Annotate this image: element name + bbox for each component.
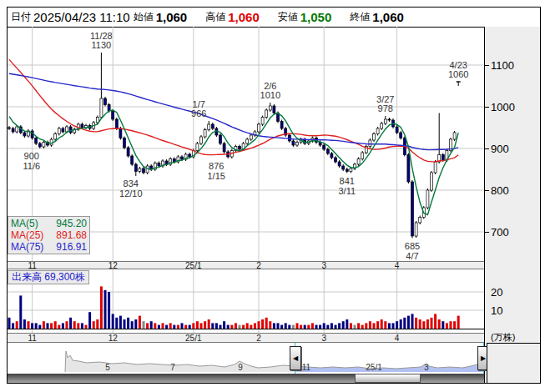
volume-tick-label: 20	[491, 286, 502, 299]
range-navigator: ◀ ▶ 5791125/13	[8, 343, 484, 374]
ma25-value: 891.68	[56, 229, 87, 241]
close-value: 1,060	[372, 10, 404, 24]
volume-tick-label: 10	[491, 304, 502, 317]
x-axis-band-main: 111225/1234	[8, 261, 484, 269]
ma75-value: 916.91	[56, 241, 87, 253]
candles-layer	[8, 53, 461, 239]
price-tick-label: 1100	[491, 59, 514, 72]
svg-text:12/10: 12/10	[119, 188, 143, 199]
price-tick-label: 800	[491, 184, 509, 197]
svg-text:685: 685	[405, 241, 420, 251]
navigator-label: 7	[170, 363, 175, 372]
x-axis-label: 11	[28, 262, 36, 269]
x-axis-band-volume: 111225/1234	[8, 333, 484, 343]
svg-text:1/15: 1/15	[207, 171, 225, 181]
date-value: 2025/04/23 11:10	[33, 10, 130, 24]
volume-unit-label: (万株)	[491, 331, 515, 344]
price-tick-mark	[485, 65, 489, 66]
navigator-selection[interactable]	[295, 343, 483, 374]
x-axis-label: 12	[108, 334, 118, 343]
volume-value: 69,300株	[44, 271, 85, 283]
volume-label: 出来高	[12, 271, 42, 283]
chart-frame: 日付 2025/04/23 11:10 始値 1,060 高値 1,060 安値…	[7, 7, 541, 384]
navigator-label: 11	[302, 363, 310, 372]
x-axis-label: 4	[395, 334, 400, 343]
svg-text:876: 876	[209, 161, 224, 171]
svg-text:834: 834	[124, 178, 139, 188]
ma5-label: MA(5)	[11, 218, 38, 229]
close-label: 終値	[350, 10, 370, 24]
x-axis-label: 4	[395, 262, 400, 269]
price-axis: 110010009008007002010(万株)	[484, 27, 540, 383]
svg-text:978: 978	[378, 103, 393, 113]
ma75-label: MA(75)	[11, 241, 43, 253]
svg-text:1060: 1060	[448, 69, 468, 79]
stock-chart-window: 日付 2025/04/23 11:10 始値 1,060 高値 1,060 安値…	[0, 0, 545, 392]
svg-text:1130: 1130	[92, 40, 112, 50]
x-axis-label: 3	[321, 262, 326, 269]
ma25-legend-row: MA(25) 891.68	[11, 229, 87, 241]
price-tick-mark	[485, 107, 489, 108]
x-axis-label: 11	[28, 334, 36, 343]
ma75-legend-row: MA(75) 916.91	[11, 241, 87, 253]
date-label: 日付	[11, 10, 31, 24]
price-tick-mark	[485, 148, 489, 149]
price-tick-label: 1000	[491, 101, 515, 113]
quote-header: 日付 2025/04/23 11:10 始値 1,060 高値 1,060 安値…	[8, 8, 540, 28]
x-axis-label: 25/1	[185, 262, 201, 269]
navigator-label: 25/1	[366, 363, 381, 372]
x-axis-label: 12	[108, 262, 118, 269]
x-axis-label: 25/1	[185, 334, 201, 343]
price-tick-mark	[485, 190, 489, 191]
left-arrow-icon: ◀	[293, 354, 298, 362]
x-axis-label: 2	[256, 334, 261, 343]
horizontal-scrollbar[interactable]	[8, 374, 484, 383]
volume-bars-layer	[8, 286, 460, 329]
open-value: 1,060	[156, 10, 188, 24]
low-label: 安値	[278, 10, 298, 24]
right-arrow-icon: ▶	[481, 354, 486, 362]
navigator-label: 5	[105, 363, 110, 372]
svg-text:1010: 1010	[260, 90, 280, 100]
svg-text:11/6: 11/6	[23, 161, 41, 171]
price-tick-mark	[485, 232, 489, 233]
svg-text:4/7: 4/7	[406, 251, 418, 261]
ma5-value: 945.20	[56, 218, 87, 229]
navigator-label: 3	[424, 363, 429, 372]
svg-text:900: 900	[24, 151, 39, 161]
high-label: 高値	[205, 10, 225, 24]
x-axis-label: 2	[256, 262, 261, 269]
high-value: 1,060	[228, 10, 260, 24]
volume-readout: 出来高 69,300株	[8, 270, 89, 284]
navigator-left-arrow-button[interactable]: ◀	[290, 346, 301, 370]
svg-text:966: 966	[191, 108, 206, 118]
svg-text:841: 841	[340, 176, 355, 186]
price-tick-label: 900	[491, 143, 509, 155]
ma25-label: MA(25)	[11, 229, 43, 241]
ma5-line	[9, 110, 458, 215]
ma-legend: MA(5) 945.20 MA(25) 891.68 MA(75) 916.91	[8, 216, 90, 254]
low-value: 1,050	[300, 10, 332, 24]
navigator-corner-panel	[487, 343, 540, 383]
price-tick-label: 700	[491, 226, 509, 239]
navigator-label: 9	[238, 363, 243, 372]
svg-text:3/11: 3/11	[339, 186, 356, 196]
ma5-legend-row: MA(5) 945.20	[11, 218, 87, 229]
open-label: 始値	[134, 10, 154, 24]
scrollbar-thumb[interactable]	[355, 374, 421, 383]
x-axis-label: 3	[321, 334, 326, 343]
